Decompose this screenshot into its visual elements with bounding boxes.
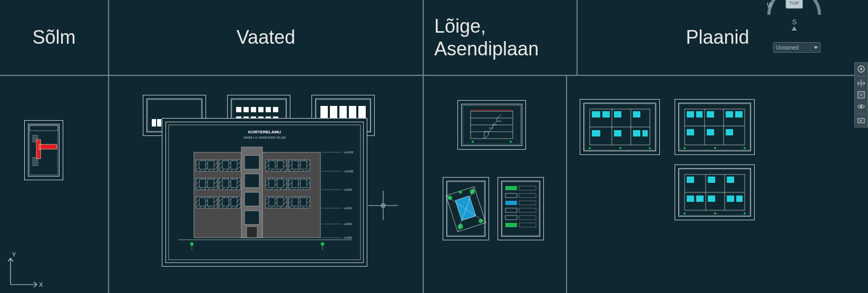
svg-rect-140 xyxy=(519,216,536,220)
svg-rect-131 xyxy=(505,186,517,190)
svg-text:S: S xyxy=(792,18,797,26)
svg-rect-62 xyxy=(231,179,237,188)
svg-rect-132 xyxy=(519,186,536,190)
cell-vaated: KORTERELAMU VAADE 1-4, VAADE IDAST, M1:1… xyxy=(109,76,424,293)
svg-rect-168 xyxy=(735,111,743,118)
svg-text:+0.000: +0.000 xyxy=(344,236,352,239)
viewcube[interactable]: TOP W S xyxy=(763,0,826,34)
svg-rect-136 xyxy=(519,201,536,205)
svg-rect-87 xyxy=(245,155,259,169)
svg-rect-138 xyxy=(519,208,536,212)
sheet-floorplan-2[interactable] xyxy=(675,99,755,155)
svg-rect-164 xyxy=(687,111,694,118)
svg-rect-133 xyxy=(505,193,517,198)
svg-rect-82 xyxy=(277,161,284,169)
navigation-bar[interactable] xyxy=(854,62,868,128)
svg-rect-170 xyxy=(707,129,714,135)
svg-rect-134 xyxy=(519,193,536,198)
svg-rect-153 xyxy=(614,130,621,136)
view-label-dropdown[interactable]: Unnamed xyxy=(773,42,821,53)
svg-rect-154 xyxy=(633,130,640,136)
ucs-icon[interactable]: X Y xyxy=(4,249,46,291)
svg-point-204 xyxy=(860,105,862,108)
svg-point-188 xyxy=(684,212,686,214)
svg-point-173 xyxy=(714,147,716,149)
svg-rect-53 xyxy=(292,198,298,206)
sheet-section[interactable] xyxy=(457,100,526,150)
svg-point-172 xyxy=(684,147,686,149)
svg-rect-167 xyxy=(726,111,733,118)
svg-text:+9.000: +9.000 xyxy=(344,188,352,191)
svg-rect-58 xyxy=(208,179,214,188)
svg-rect-45 xyxy=(222,198,229,206)
svg-rect-74 xyxy=(208,161,214,169)
svg-rect-81 xyxy=(269,161,275,169)
svg-point-158 xyxy=(649,147,651,149)
column-header-solm: Sõlm xyxy=(0,0,109,76)
svg-rect-78 xyxy=(231,161,237,169)
zoom-extents-icon[interactable] xyxy=(856,90,866,100)
svg-rect-182 xyxy=(727,177,734,183)
pan-icon[interactable] xyxy=(856,79,866,88)
svg-rect-186 xyxy=(727,196,734,202)
svg-rect-166 xyxy=(707,111,714,118)
svg-rect-142 xyxy=(519,223,536,227)
nav-wheel-icon[interactable] xyxy=(856,64,866,74)
sheet-site-plan[interactable] xyxy=(443,177,489,240)
showmotion-icon[interactable] xyxy=(856,116,866,125)
svg-text:+12.000: +12.000 xyxy=(344,170,353,173)
svg-rect-180 xyxy=(687,177,694,183)
sheet-floorplan-3[interactable] xyxy=(675,164,755,220)
svg-rect-54 xyxy=(300,198,307,206)
svg-marker-199 xyxy=(792,26,797,31)
crosshair-cursor xyxy=(368,191,398,220)
svg-rect-7 xyxy=(152,119,156,126)
svg-rect-73 xyxy=(199,161,206,169)
elevation-subtitle: VAADE 1-4, VAADE IDAST, M1:100 xyxy=(243,136,286,139)
svg-point-201 xyxy=(860,68,862,70)
svg-rect-65 xyxy=(269,179,275,188)
svg-rect-155 xyxy=(642,130,648,136)
svg-rect-91 xyxy=(247,227,257,238)
svg-rect-183 xyxy=(687,196,694,202)
sheet-detail-node[interactable] xyxy=(24,120,63,180)
column-header-vaated: Vaated xyxy=(109,0,424,76)
sheet-floorplan-1[interactable] xyxy=(580,99,660,155)
svg-rect-66 xyxy=(277,179,284,188)
model-space-canvas[interactable]: Sõlm Vaated Lõige, Asendiplaan Plaanid xyxy=(0,0,868,293)
svg-text:+3.000: +3.000 xyxy=(344,222,352,226)
column-header-loige: Lõige, Asendiplaan xyxy=(424,0,578,76)
orbit-icon[interactable] xyxy=(856,102,866,111)
svg-point-174 xyxy=(744,147,746,149)
svg-text:+6.000: +6.000 xyxy=(344,207,352,210)
svg-point-189 xyxy=(714,212,716,214)
sheet-legend[interactable] xyxy=(498,177,544,240)
svg-rect-57 xyxy=(199,179,206,188)
svg-rect-42 xyxy=(208,198,214,206)
svg-rect-85 xyxy=(292,161,298,169)
svg-rect-135 xyxy=(505,201,517,205)
svg-line-129 xyxy=(446,187,486,232)
svg-rect-141 xyxy=(505,223,517,227)
svg-rect-2 xyxy=(39,144,57,149)
elevation-title: KORTERELAMU xyxy=(248,130,281,134)
svg-rect-61 xyxy=(222,179,229,188)
cell-loige xyxy=(424,76,567,293)
svg-rect-89 xyxy=(245,192,259,206)
svg-rect-19 xyxy=(258,107,264,112)
svg-rect-152 xyxy=(592,130,600,136)
svg-rect-70 xyxy=(300,179,307,188)
sheet-elevation-main[interactable]: KORTERELAMU VAADE 1-4, VAADE IDAST, M1:1… xyxy=(162,118,367,267)
svg-rect-46 xyxy=(231,198,237,206)
svg-rect-1 xyxy=(30,125,58,131)
svg-text:Y: Y xyxy=(12,251,16,258)
svg-rect-49 xyxy=(269,198,275,206)
svg-rect-181 xyxy=(708,177,715,183)
svg-point-190 xyxy=(744,212,746,214)
svg-point-126 xyxy=(478,218,483,223)
svg-point-118 xyxy=(472,141,474,143)
svg-rect-0 xyxy=(30,125,58,175)
svg-rect-86 xyxy=(300,161,307,169)
svg-rect-139 xyxy=(505,216,517,220)
svg-point-127 xyxy=(459,190,463,194)
